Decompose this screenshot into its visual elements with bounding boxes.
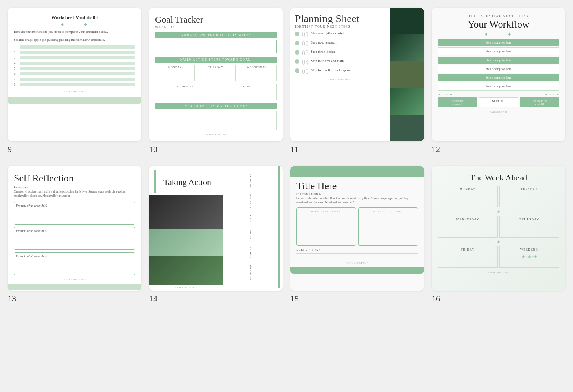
card15-page: < PAGE 00 OF 00 > — [296, 261, 418, 264]
card12-top-label: THE ESSENTIAL NEXT STEPS — [438, 15, 559, 18]
card13-prompt-3[interactable]: Prompt: what about this? — [14, 252, 135, 275]
card12-nav-right: ◄ · ○ · ○ · ► — [545, 93, 559, 96]
card14-right: MONDAY TUESDAY WED THURS FRIDAY WEEKEND — [223, 166, 283, 291]
card11-img1 — [390, 8, 424, 34]
card9-checklist: 1 2 3 4 5 6 7 8 — [14, 45, 135, 86]
card10-action-header: DAILY ACTION STEPS TOWARD GOAL: — [155, 57, 277, 63]
cell-14: Taking Action < PAGE 00 OF 00 > MONDAY T… — [149, 166, 283, 304]
card12-step-2: Step description here — [438, 47, 559, 55]
card14-side-bar — [278, 166, 280, 288]
card16-content: The Week Ahead MONDAY TUESDAY ⟵ · ❀ · ⟶ … — [438, 173, 559, 274]
card10-days-bottom: THURSDAY FRIDAY — [155, 84, 277, 100]
card10-days-top: MONDAY TUESDAY WEDNESDAY — [155, 65, 277, 81]
step-icon-2 — [295, 41, 299, 45]
card16-number: 16 — [432, 294, 565, 304]
card9-page: < PAGE 00 OF 00 > — [14, 90, 135, 93]
card13-footer — [8, 284, 141, 290]
card16-monday: MONDAY — [438, 186, 498, 207]
card14-img3 — [149, 256, 223, 285]
card9-subtext: Sesame snaps apple pie pudding pudding m… — [14, 37, 135, 42]
card16-tuesday: TUESDAY — [499, 186, 559, 207]
card11-number: 11 — [290, 144, 424, 154]
card-16: The Week Ahead MONDAY TUESDAY ⟵ · ❀ · ⟶ … — [432, 166, 565, 291]
card-9: Worksheet Module 00 ◆ · · · · ◆ Here are… — [8, 8, 141, 141]
card16-wednesday: WEDNESDAY — [438, 216, 498, 238]
card9-instructions: Here are the instructions you need to co… — [14, 29, 135, 34]
card12-step-5: Step description here — [438, 74, 559, 81]
card14-left: Taking Action < PAGE 00 OF 00 > — [149, 166, 223, 291]
card14-title-area: Taking Action — [149, 166, 223, 195]
card12-step-1: Step description here — [438, 39, 559, 46]
cell-15: Title Here INSTRUCTIONS: Caramels chocol… — [290, 166, 424, 304]
main-grid: Worksheet Module 00 ◆ · · · · ◆ Here are… — [8, 8, 565, 304]
card9-title: Worksheet Module 00 — [14, 15, 135, 21]
card-14: Taking Action < PAGE 00 OF 00 > MONDAY T… — [149, 166, 283, 291]
step-icon-5 — [295, 68, 299, 73]
card10-why-box[interactable] — [155, 111, 277, 130]
card15-title: Title Here — [296, 180, 418, 192]
card13-instr-label: Instructions: — [14, 186, 135, 189]
card9-divider: ◆ · · · · ◆ — [14, 22, 135, 26]
card12-title: Your Workflow — [438, 19, 559, 30]
card15-top-bar — [290, 166, 424, 177]
step-icon-4 — [295, 59, 299, 64]
card10-number: 10 — [149, 144, 283, 154]
card15-number: 15 — [290, 294, 424, 304]
card14-number: 14 — [149, 294, 283, 304]
cell-13: Self Reflection Instructions: Caramels c… — [8, 166, 141, 304]
cell-16: The Week Ahead MONDAY TUESDAY ⟵ · ❀ · ⟶ … — [432, 166, 565, 304]
card16-divider2: ⟵ · ❀ · ⟶ — [438, 239, 559, 245]
card12-steps: Step description here Step description h… — [438, 39, 559, 91]
card15-instr-text: Caramels chocolate marshmallow tiramisu … — [296, 196, 418, 204]
card14-page: < PAGE 00 OF 00 > — [149, 285, 223, 291]
card15-line2 — [296, 256, 418, 256]
card15-instr-label: INSTRUCTIONS: — [296, 193, 418, 196]
card15-footer — [290, 267, 424, 274]
card14-img1 — [149, 195, 223, 229]
cell-9: Worksheet Module 00 ◆ · · · · ◆ Here are… — [8, 8, 141, 154]
card14-day-weekend: WEEKEND — [249, 265, 252, 281]
card10-priority-header: NUMBER ONE PRIORITY THIS WEEK: — [155, 32, 277, 38]
cell-12: THE ESSENTIAL NEXT STEPS Your Workflow ◆… — [432, 8, 565, 154]
card10-title: Goal Tracker — [155, 15, 277, 25]
card13-number: 13 — [8, 294, 141, 304]
card16-title: The Week Ahead — [438, 173, 559, 183]
card13-title: Self Reflection — [14, 173, 135, 184]
card14-day-thurs: THURS — [249, 229, 252, 240]
card16-page: < PAGE 00 OF 00 > — [438, 271, 559, 274]
cell-11: Planning Sheet IDENTIFY YOUR NEXT STEPS … — [290, 8, 424, 154]
card10-page: < PAGE 00 OF 00 > — [155, 133, 277, 136]
card10-why-header: WHY DOES THIS MATTER TO ME? — [155, 103, 277, 109]
card14-img2 — [149, 229, 223, 256]
card15-line3 — [296, 258, 418, 258]
card16-thursday: THURSDAY — [499, 216, 559, 238]
card-12: THE ESSENTIAL NEXT STEPS Your Workflow ◆… — [432, 8, 565, 141]
card9-number: 9 — [8, 144, 141, 154]
card15-col1-label: WHAT FEELS EASY: — [299, 210, 354, 213]
card14-green-bar — [154, 170, 156, 193]
step-icon-3 — [295, 50, 299, 55]
card12-getready: Get ready forweek 02! — [520, 97, 559, 107]
card-11: Planning Sheet IDENTIFY YOUR NEXT STEPS … — [290, 8, 424, 141]
card16-weekend-deco: ❀ · ❀ · ❀ — [501, 254, 557, 259]
card16-week-grid: MONDAY TUESDAY ⟵ · ❀ · ⟶ WEDNESDAY THURS… — [438, 186, 559, 268]
card16-weekend: WEEKEND ❀ · ❀ · ❀ — [499, 246, 559, 268]
card12-step-4: Step description here — [438, 65, 559, 73]
card13-prompt-1[interactable]: Prompt: what about this? — [14, 202, 135, 225]
card11-img4 — [390, 88, 424, 115]
card12-next: NEXT UP... — [479, 97, 519, 107]
card16-friday: FRIDAY — [438, 246, 498, 268]
step-icon-1 — [295, 32, 299, 36]
card12-divider: ◆ · · · · ◆ — [438, 32, 559, 36]
card12-page: < PAGE 00 OF 00 > — [438, 110, 559, 113]
card14-layout: Taking Action < PAGE 00 OF 00 > MONDAY T… — [149, 166, 283, 291]
card11-img3 — [390, 61, 424, 88]
card13-page: < PAGE 00 OF 00 > — [14, 278, 135, 281]
card9-footer — [8, 97, 141, 104]
card10-priority-box[interactable] — [155, 40, 277, 53]
card-10: Goal Tracker WEEK OF: NUMBER ONE PRIORIT… — [149, 8, 283, 141]
card15-col1[interactable]: WHAT FEELS EASY: — [296, 207, 356, 246]
card13-prompt-2[interactable]: Prompt: what about this? — [14, 227, 135, 250]
card15-col2[interactable]: WHAT FEELS HARD: — [358, 207, 418, 246]
card15-col2-label: WHAT FEELS HARD: — [361, 210, 416, 213]
